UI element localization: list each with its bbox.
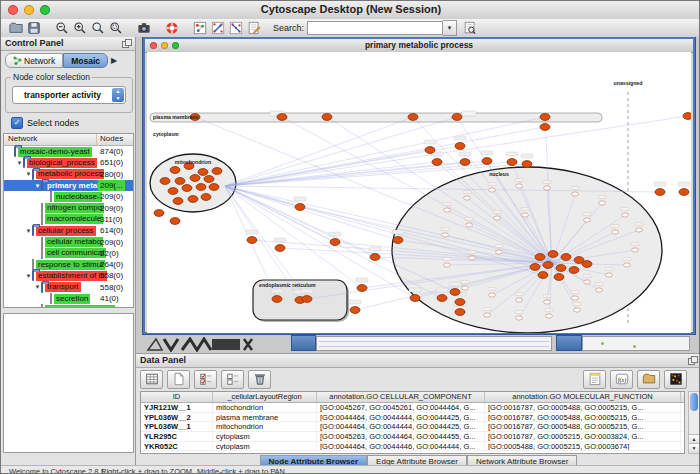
tree-item-nitrogen-compo[interactable]: nitrogen compo209(0) bbox=[4, 202, 133, 213]
network-node[interactable] bbox=[425, 147, 435, 154]
delete-attribute-icon[interactable] bbox=[248, 370, 271, 389]
network-node[interactable] bbox=[655, 189, 665, 196]
select-nodes-checkbox[interactable]: ✓ Select nodes bbox=[11, 117, 79, 129]
network-node[interactable] bbox=[350, 307, 360, 314]
nucleus-node[interactable] bbox=[612, 230, 619, 234]
advanced-search-icon[interactable] bbox=[461, 20, 479, 36]
network-node[interactable] bbox=[160, 178, 170, 185]
nucleus-node[interactable] bbox=[572, 192, 579, 196]
network-node[interactable] bbox=[530, 264, 540, 271]
background-window-titlebar[interactable] bbox=[291, 335, 316, 351]
search-input[interactable] bbox=[307, 21, 443, 35]
network-node[interactable] bbox=[455, 309, 465, 316]
nucleus-node[interactable] bbox=[494, 216, 501, 220]
scroll-down-button[interactable]: ▼ bbox=[689, 443, 699, 453]
tree-item-multi-organism-pro[interactable]: multi-organism pro42(0) bbox=[4, 304, 133, 308]
network-node[interactable] bbox=[540, 114, 550, 121]
tab-mosaic[interactable]: Mosaic bbox=[63, 53, 108, 68]
expander-icon[interactable]: ▼ bbox=[25, 228, 32, 234]
nucleus-node[interactable] bbox=[624, 263, 631, 267]
nucleus-node[interactable] bbox=[466, 223, 473, 227]
expander-icon[interactable]: ▼ bbox=[34, 183, 41, 189]
background-window-content[interactable] bbox=[316, 336, 552, 351]
network-node[interactable] bbox=[170, 218, 180, 225]
tree-column-divider[interactable] bbox=[96, 134, 97, 145]
tree-item-nucleobase-[interactable]: nucleobase-209(0) bbox=[4, 191, 133, 202]
layout-1-icon[interactable] bbox=[209, 20, 227, 36]
network-node[interactable] bbox=[556, 265, 566, 272]
zoom-fit-icon[interactable] bbox=[89, 20, 107, 36]
network-node[interactable] bbox=[569, 267, 579, 274]
search-dropdown-button[interactable]: ▾ bbox=[443, 20, 457, 36]
tree-item-cellular-metabo[interactable]: cellular metabo209(0) bbox=[4, 236, 133, 247]
tree-item-biological-process[interactable]: ▼biological_process651(0) bbox=[4, 157, 133, 168]
help-icon[interactable] bbox=[163, 20, 181, 36]
nucleus-node[interactable] bbox=[544, 300, 551, 304]
expander-icon[interactable]: ▼ bbox=[25, 273, 32, 279]
formula-icon[interactable]: f(x) bbox=[610, 370, 633, 389]
network-node[interactable] bbox=[548, 251, 558, 258]
node-color-dropdown[interactable]: transporter activity ▲▼ bbox=[12, 86, 126, 104]
tab-network[interactable]: Network bbox=[5, 53, 63, 68]
new-attribute-icon[interactable] bbox=[167, 370, 190, 389]
annotation-icon[interactable] bbox=[245, 20, 263, 36]
nucleus-node[interactable] bbox=[622, 213, 629, 217]
open-icon[interactable] bbox=[7, 20, 25, 36]
network-node[interactable] bbox=[452, 114, 462, 121]
nucleus-node[interactable] bbox=[596, 288, 603, 292]
network-node[interactable] bbox=[302, 296, 312, 303]
background-window-content-2[interactable] bbox=[582, 336, 690, 351]
nucleus-node[interactable] bbox=[636, 228, 643, 232]
plasma-membrane-region[interactable] bbox=[150, 113, 602, 122]
network-node[interactable] bbox=[170, 167, 180, 174]
background-window-titlebar-2[interactable] bbox=[556, 335, 582, 351]
column-header[interactable]: _cellularLayoutRegion bbox=[213, 392, 317, 402]
network-canvas[interactable]: plasma membranecytoplasmmitochondrionnuc… bbox=[147, 52, 691, 333]
network-node[interactable] bbox=[455, 143, 465, 150]
matrix-icon[interactable] bbox=[664, 370, 687, 389]
network-node[interactable] bbox=[173, 198, 183, 205]
network-node[interactable] bbox=[450, 289, 460, 296]
nucleus-node[interactable] bbox=[584, 280, 591, 284]
nucleus-region[interactable] bbox=[392, 167, 662, 333]
nucleus-node[interactable] bbox=[544, 186, 551, 190]
network-node[interactable] bbox=[460, 159, 470, 166]
attribute-table-icon[interactable] bbox=[140, 370, 163, 389]
network-node[interactable] bbox=[204, 176, 214, 183]
network-node[interactable] bbox=[322, 114, 332, 121]
network-node[interactable] bbox=[554, 274, 564, 281]
table-row[interactable]: YKR052Ccytoplasm[GO:0044464, GO:0044446,… bbox=[141, 442, 684, 452]
network-node[interactable] bbox=[196, 184, 206, 191]
network-node[interactable] bbox=[182, 185, 192, 192]
expander-icon[interactable]: ▼ bbox=[34, 284, 41, 290]
network-node[interactable] bbox=[198, 169, 208, 176]
nucleus-node[interactable] bbox=[516, 298, 523, 302]
layout-2-icon[interactable] bbox=[227, 20, 245, 36]
tab-overflow-arrow[interactable]: ▶ bbox=[111, 56, 117, 65]
snapshot-icon[interactable] bbox=[135, 20, 153, 36]
save-icon[interactable] bbox=[25, 20, 43, 36]
network-node[interactable] bbox=[175, 178, 185, 185]
network-node[interactable] bbox=[482, 158, 492, 165]
nucleus-node[interactable] bbox=[574, 308, 581, 312]
nucleus-node[interactable] bbox=[444, 263, 451, 267]
network-node[interactable] bbox=[357, 285, 367, 292]
tree-item-transport[interactable]: ▼transport558(0) bbox=[4, 282, 133, 293]
network-node[interactable] bbox=[538, 272, 548, 279]
table-row[interactable]: YJR121W__1mitochondrion[GO:0045267, GO:0… bbox=[141, 403, 684, 413]
table-row[interactable]: YPL036W__1mitochondrion[GO:0044464, GO:0… bbox=[141, 422, 684, 432]
network-node[interactable] bbox=[535, 254, 545, 261]
network-node[interactable] bbox=[295, 204, 305, 211]
nucleus-node[interactable] bbox=[464, 196, 471, 200]
nucleus-node[interactable] bbox=[606, 273, 613, 277]
network-node[interactable] bbox=[190, 175, 200, 182]
nucleus-node[interactable] bbox=[632, 248, 639, 252]
network-node[interactable] bbox=[201, 194, 211, 201]
nucleus-node[interactable] bbox=[516, 316, 523, 320]
tree-item-cell-communicat[interactable]: cell communicat22(0) bbox=[4, 248, 133, 259]
network-node[interactable] bbox=[522, 161, 532, 168]
zoom-in-icon[interactable] bbox=[71, 20, 89, 36]
nucleus-node[interactable] bbox=[546, 314, 553, 318]
vizmapper-icon[interactable] bbox=[191, 20, 209, 36]
nucleus-node[interactable] bbox=[599, 201, 606, 205]
